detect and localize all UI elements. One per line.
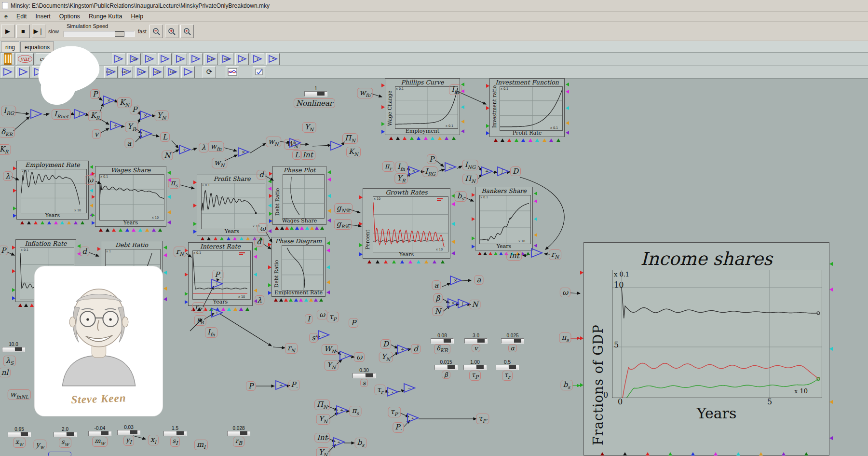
variable-Px[interactable]: P· — [288, 380, 299, 390]
slider-mw[interactable]: -0.04mw — [84, 426, 115, 447]
operation-×[interactable]: × — [449, 275, 462, 288]
variable-x[interactable]: λ — [255, 295, 264, 305]
variable-Ifn[interactable]: Ifn — [449, 84, 461, 95]
variable-d[interactable]: d — [254, 237, 264, 247]
operation-÷[interactable]: ÷ — [275, 380, 287, 392]
operation-×[interactable]: × — [407, 166, 420, 178]
slider-handle[interactable] — [476, 365, 484, 369]
variable-ING[interactable]: ING — [462, 160, 478, 170]
operation-÷[interactable]: ÷ — [333, 437, 345, 449]
slider-handle[interactable] — [477, 339, 485, 343]
variable-a[interactable]: a — [475, 275, 484, 285]
variable-YN[interactable]: YN — [325, 360, 339, 371]
variable-xPx[interactable]: τP′ — [388, 407, 401, 417]
variable-x[interactable]: ω — [85, 175, 95, 185]
variable-rB[interactable]: rB — [194, 315, 206, 326]
variable-IRG[interactable]: IRG — [1, 106, 16, 116]
variable-Ifn[interactable]: Ifn — [205, 327, 217, 338]
slider-variable-label[interactable]: mw — [92, 437, 108, 447]
variable-Int[interactable]: Int — [314, 433, 330, 442]
variable-D[interactable]: D — [380, 339, 391, 349]
slider-groove[interactable] — [163, 431, 187, 436]
variable-D[interactable]: D — [510, 166, 521, 176]
variable-wfnNL[interactable]: wfnNL — [8, 389, 31, 400]
operation-÷[interactable]: ÷ — [178, 144, 191, 157]
variable-s[interactable]: s — [309, 333, 318, 343]
slider-δKR[interactable]: 0.08δKR — [427, 333, 458, 354]
slider-groove[interactable] — [431, 338, 454, 344]
slider-groove[interactable] — [501, 338, 524, 344]
variable-Ifn[interactable]: Ifn — [395, 162, 407, 172]
slider-τP[interactable]: 1.00τP — [460, 359, 490, 381]
operation-−[interactable]: − — [330, 140, 342, 153]
variable-xS[interactable]: λS — [3, 356, 16, 366]
slider-variable-label[interactable]: xw — [13, 438, 26, 448]
variable-N[interactable]: N — [432, 306, 443, 316]
slider-groove[interactable] — [2, 347, 25, 352]
variable-KN[interactable]: KN — [346, 147, 361, 157]
operation-÷[interactable]: ÷ — [481, 166, 493, 179]
variable-xr[interactable]: πr — [382, 161, 394, 172]
variable-x[interactable]: β — [434, 293, 443, 303]
variable-x[interactable]: ω — [317, 310, 327, 319]
variable-xs[interactable]: πs — [168, 178, 180, 189]
operation-÷[interactable]: ÷ — [140, 128, 152, 141]
variable-bs[interactable]: bs — [355, 438, 367, 448]
slider-v[interactable]: 3.0v — [461, 333, 491, 352]
variable-xs[interactable]: πs — [350, 406, 362, 416]
variable-mI[interactable]: mI — [194, 440, 208, 450]
slider-groove[interactable] — [353, 373, 376, 378]
variable-YR[interactable]: YR — [394, 173, 407, 184]
variable-x[interactable]: ω — [560, 288, 570, 297]
operation-×[interactable]: × — [289, 138, 301, 150]
variable-YN[interactable]: YN — [316, 447, 330, 456]
operation-∫[interactable]: ∫ — [457, 298, 470, 311]
variable-Int[interactable]: Int — [300, 150, 315, 160]
variable-xN[interactable]: ΠN — [314, 400, 330, 410]
variable-xI[interactable]: xI — [148, 435, 159, 445]
operation-÷[interactable]: ÷ — [386, 387, 399, 399]
operation-−[interactable]: − — [403, 383, 416, 395]
slider-handle[interactable] — [317, 92, 325, 96]
slider-rB[interactable]: 0.028rB — [223, 426, 254, 447]
operation-÷[interactable]: ÷ — [109, 120, 122, 133]
slider-sw[interactable]: 2.0sw — [50, 427, 81, 448]
variable-a[interactable]: a — [125, 138, 134, 148]
slider-variable-label[interactable]: τP — [469, 371, 481, 381]
variable-N[interactable]: N — [469, 300, 480, 309]
variable-a[interactable]: a — [432, 280, 441, 290]
slider-handle[interactable] — [66, 432, 74, 436]
slider-groove[interactable] — [117, 430, 140, 435]
variable-d[interactable]: d — [257, 170, 266, 180]
slider-handle[interactable] — [514, 339, 521, 343]
plot-income-shares[interactable]: Income shares Fractions of GDP x 0.1 10 … — [583, 242, 829, 456]
slider-groove[interactable] — [54, 432, 77, 437]
slider-groove[interactable] — [8, 432, 31, 437]
variable-nl[interactable]: nl — [0, 368, 11, 377]
variable-YN[interactable]: YN — [316, 414, 330, 425]
slider-groove[interactable] — [496, 365, 519, 370]
slider-handle[interactable] — [14, 347, 22, 351]
operation-∫[interactable]: ∫ — [74, 109, 86, 121]
slider-handle[interactable] — [240, 431, 247, 435]
operation-÷[interactable]: ÷ — [407, 413, 419, 425]
slider-groove[interactable] — [434, 365, 458, 370]
slider-α[interactable]: 0.025α — [497, 333, 528, 352]
variable-YN[interactable]: YN — [379, 352, 393, 362]
variable-xs[interactable]: πs — [559, 332, 571, 343]
slider-handle[interactable] — [365, 373, 373, 377]
variable-KR[interactable]: KR — [88, 111, 102, 121]
variable-wfn[interactable]: wfn — [208, 141, 224, 152]
slider-variable-label[interactable]: τr — [502, 371, 513, 381]
variable-P[interactable]: P — [246, 381, 256, 391]
variable-bs[interactable]: bs — [561, 380, 573, 390]
variable-d[interactable]: d — [80, 247, 89, 256]
variable-P[interactable]: P — [90, 89, 100, 99]
slider-groove[interactable] — [227, 431, 250, 436]
operation-÷[interactable]: ÷ — [396, 344, 409, 357]
operation-÷[interactable]: ÷ — [339, 350, 352, 363]
variable-rN[interactable]: rN — [549, 249, 561, 260]
variable-WN[interactable]: WN — [322, 344, 338, 355]
operation-÷[interactable]: ÷ — [336, 405, 348, 417]
variable-P[interactable]: P — [130, 105, 139, 114]
